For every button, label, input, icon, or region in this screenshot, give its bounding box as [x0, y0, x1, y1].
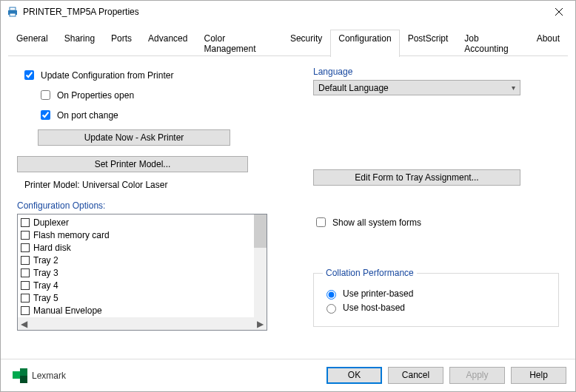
language-label: Language	[313, 67, 559, 77]
update-config-label: Update Configuration from Printer	[41, 70, 173, 81]
collation-printer-input[interactable]	[326, 290, 336, 300]
on-properties-open-input[interactable]	[41, 90, 50, 100]
language-value: Default Language	[318, 83, 389, 93]
collation-group: Collation Performance Use printer-based …	[313, 268, 559, 327]
printer-icon	[7, 6, 19, 18]
update-config-checkbox[interactable]: Update Configuration from Printer	[21, 68, 269, 82]
list-item[interactable]: Hard disk	[21, 241, 255, 254]
tab-postscript[interactable]: PostScript	[400, 30, 457, 57]
list-item[interactable]: Manual Envelope	[21, 304, 255, 317]
ok-button[interactable]: OK	[326, 367, 382, 384]
close-icon	[555, 8, 563, 16]
on-port-change-checkbox[interactable]: On port change	[38, 108, 269, 122]
brand-text: Lexmark	[32, 371, 66, 381]
close-button[interactable]	[542, 1, 575, 23]
chevron-left-icon: ◀	[18, 319, 30, 329]
chevron-down-icon: ▾	[512, 84, 515, 92]
cancel-button[interactable]: Cancel	[388, 367, 443, 384]
on-properties-open-checkbox[interactable]: On Properties open	[38, 88, 269, 102]
apply-button: Apply	[449, 367, 505, 384]
tab-ports[interactable]: Ports	[103, 30, 140, 57]
svg-rect-1	[10, 7, 16, 10]
show-all-forms-label: Show all system forms	[332, 217, 421, 228]
update-now-button[interactable]: Update Now - Ask Printer	[38, 129, 230, 146]
svg-marker-5	[13, 371, 20, 379]
tab-general[interactable]: General	[8, 30, 56, 57]
content-area: Update Configuration from Printer On Pro…	[1, 56, 575, 359]
lexmark-icon	[13, 368, 27, 383]
tab-security[interactable]: Security	[282, 30, 330, 57]
tab-strip: General Sharing Ports Advanced Color Man…	[1, 23, 575, 56]
horizontal-scrollbar[interactable]: ◀ ▶	[18, 317, 267, 330]
svg-marker-6	[20, 368, 27, 376]
collation-printer-radio[interactable]: Use printer-based	[323, 288, 549, 300]
list-item[interactable]: Tray 2	[21, 254, 255, 266]
collation-host-label: Use host-based	[343, 303, 405, 313]
list-item[interactable]: Flash memory card	[21, 229, 255, 241]
svg-rect-2	[10, 13, 16, 16]
on-port-change-label: On port change	[57, 110, 118, 121]
vertical-scrollbar[interactable]	[254, 214, 267, 317]
language-select[interactable]: Default Language ▾	[313, 80, 520, 95]
language-group: Language Default Language ▾	[313, 67, 559, 95]
show-all-forms-checkbox[interactable]: Show all system forms	[313, 215, 559, 229]
on-properties-open-label: On Properties open	[57, 90, 134, 101]
collation-host-radio[interactable]: Use host-based	[323, 302, 549, 314]
config-options-label: Configuration Options:	[17, 200, 269, 211]
footer: Lexmark OK Cancel Apply Help	[1, 359, 575, 391]
titlebar: PRINTER_TMP5A Properties	[1, 1, 575, 23]
edit-form-tray-button[interactable]: Edit Form to Tray Assignment...	[313, 169, 520, 186]
list-item[interactable]: Duplexer	[21, 216, 255, 229]
list-item[interactable]: Tray 5	[21, 291, 255, 304]
tab-about[interactable]: About	[529, 30, 568, 57]
tab-color-management[interactable]: Color Management	[195, 30, 281, 57]
properties-window: PRINTER_TMP5A Properties General Sharing…	[0, 0, 576, 392]
window-title: PRINTER_TMP5A Properties	[23, 7, 542, 17]
collation-printer-label: Use printer-based	[343, 288, 413, 299]
config-options-listbox[interactable]: Duplexer Flash memory card Hard disk Tra…	[17, 214, 267, 331]
set-printer-model-button[interactable]: Set Printer Model...	[17, 156, 248, 172]
list-item[interactable]: Tray 3	[21, 266, 255, 279]
update-config-input[interactable]	[24, 70, 34, 80]
tab-sharing[interactable]: Sharing	[56, 30, 103, 57]
tab-advanced[interactable]: Advanced	[140, 30, 195, 57]
tab-configuration[interactable]: Configuration	[330, 30, 399, 57]
list-item[interactable]: Tray 4	[21, 279, 255, 291]
on-port-change-input[interactable]	[41, 110, 50, 120]
collation-legend: Collation Performance	[323, 268, 417, 278]
collation-host-input[interactable]	[326, 304, 336, 314]
printer-model-text: Printer Model: Universal Color Laser	[24, 180, 269, 190]
help-button[interactable]: Help	[511, 367, 566, 384]
brand-logo: Lexmark	[13, 368, 66, 383]
tab-job-accounting[interactable]: Job Accounting	[456, 30, 528, 57]
show-all-forms-input[interactable]	[316, 217, 326, 227]
svg-marker-7	[20, 376, 27, 383]
chevron-right-icon: ▶	[254, 319, 267, 329]
